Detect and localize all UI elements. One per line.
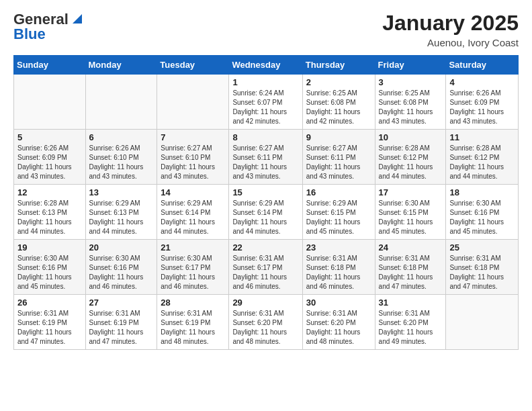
- calendar-header-tuesday: Tuesday: [157, 56, 229, 75]
- day-number: 24: [379, 242, 443, 253]
- page: General Blue January 2025 Auenou, Ivory …: [0, 0, 532, 361]
- calendar-cell: 15Sunrise: 6:29 AMSunset: 6:14 PMDayligh…: [229, 185, 302, 240]
- day-info: Sunrise: 6:28 AMSunset: 6:12 PMDaylight:…: [449, 144, 515, 181]
- day-info: Sunrise: 6:30 AMSunset: 6:16 PMDaylight:…: [89, 254, 154, 291]
- day-info: Sunrise: 6:29 AMSunset: 6:13 PMDaylight:…: [89, 199, 154, 236]
- calendar-week-row: 19Sunrise: 6:30 AMSunset: 6:16 PMDayligh…: [14, 240, 519, 295]
- day-info: Sunrise: 6:25 AMSunset: 6:08 PMDaylight:…: [306, 89, 371, 126]
- calendar-cell: 16Sunrise: 6:29 AMSunset: 6:15 PMDayligh…: [302, 185, 375, 240]
- day-info: Sunrise: 6:27 AMSunset: 6:11 PMDaylight:…: [306, 144, 371, 181]
- day-info: Sunrise: 6:29 AMSunset: 6:14 PMDaylight:…: [161, 199, 225, 236]
- calendar-header-thursday: Thursday: [302, 56, 375, 75]
- calendar-cell: 7Sunrise: 6:27 AMSunset: 6:10 PMDaylight…: [157, 130, 229, 185]
- day-info: Sunrise: 6:31 AMSunset: 6:18 PMDaylight:…: [379, 254, 443, 291]
- calendar-header-friday: Friday: [375, 56, 446, 75]
- day-number: 31: [379, 298, 443, 308]
- day-number: 23: [306, 242, 371, 253]
- calendar-cell: 28Sunrise: 6:31 AMSunset: 6:19 PMDayligh…: [157, 295, 229, 350]
- day-number: 13: [89, 187, 154, 197]
- day-info: Sunrise: 6:28 AMSunset: 6:12 PMDaylight:…: [379, 144, 443, 181]
- day-number: 27: [89, 298, 154, 308]
- day-info: Sunrise: 6:31 AMSunset: 6:19 PMDaylight:…: [161, 309, 225, 347]
- logo-triangle-icon: [70, 13, 82, 25]
- day-number: 11: [449, 132, 515, 142]
- day-number: 17: [379, 187, 443, 197]
- calendar-week-row: 1Sunrise: 6:24 AMSunset: 6:07 PMDaylight…: [14, 75, 519, 130]
- day-info: Sunrise: 6:31 AMSunset: 6:20 PMDaylight:…: [232, 309, 298, 347]
- day-info: Sunrise: 6:30 AMSunset: 6:16 PMDaylight:…: [17, 254, 82, 291]
- day-info: Sunrise: 6:26 AMSunset: 6:09 PMDaylight:…: [449, 89, 515, 126]
- calendar-cell: 24Sunrise: 6:31 AMSunset: 6:18 PMDayligh…: [375, 240, 446, 295]
- calendar-cell: 19Sunrise: 6:30 AMSunset: 6:16 PMDayligh…: [14, 240, 86, 295]
- day-number: 22: [232, 242, 298, 253]
- calendar: SundayMondayTuesdayWednesdayThursdayFrid…: [13, 55, 519, 350]
- svg-marker-0: [73, 14, 82, 24]
- day-info: Sunrise: 6:31 AMSunset: 6:19 PMDaylight:…: [89, 309, 154, 347]
- calendar-cell: 14Sunrise: 6:29 AMSunset: 6:14 PMDayligh…: [157, 185, 229, 240]
- location: Auenou, Ivory Coast: [382, 37, 519, 48]
- calendar-cell: 10Sunrise: 6:28 AMSunset: 6:12 PMDayligh…: [375, 130, 446, 185]
- calendar-cell: 9Sunrise: 6:27 AMSunset: 6:11 PMDaylight…: [302, 130, 375, 185]
- calendar-cell: 27Sunrise: 6:31 AMSunset: 6:19 PMDayligh…: [85, 295, 157, 350]
- calendar-cell: 11Sunrise: 6:28 AMSunset: 6:12 PMDayligh…: [446, 130, 519, 185]
- day-info: Sunrise: 6:31 AMSunset: 6:20 PMDaylight:…: [379, 309, 443, 347]
- day-number: 1: [232, 77, 298, 87]
- day-number: 16: [306, 187, 371, 197]
- calendar-cell: 22Sunrise: 6:31 AMSunset: 6:17 PMDayligh…: [229, 240, 302, 295]
- calendar-header-row: SundayMondayTuesdayWednesdayThursdayFrid…: [14, 56, 519, 75]
- calendar-week-row: 12Sunrise: 6:28 AMSunset: 6:13 PMDayligh…: [14, 185, 519, 240]
- calendar-header-monday: Monday: [85, 56, 157, 75]
- calendar-week-row: 26Sunrise: 6:31 AMSunset: 6:19 PMDayligh…: [14, 295, 519, 350]
- day-info: Sunrise: 6:30 AMSunset: 6:16 PMDaylight:…: [449, 199, 515, 236]
- day-number: 29: [232, 298, 298, 308]
- calendar-cell: 3Sunrise: 6:25 AMSunset: 6:08 PMDaylight…: [375, 75, 446, 130]
- calendar-cell: 12Sunrise: 6:28 AMSunset: 6:13 PMDayligh…: [14, 185, 86, 240]
- calendar-cell: 4Sunrise: 6:26 AMSunset: 6:09 PMDaylight…: [446, 75, 519, 130]
- day-number: 21: [161, 242, 225, 253]
- calendar-cell: [157, 75, 229, 130]
- day-number: 3: [379, 77, 443, 87]
- calendar-cell: 18Sunrise: 6:30 AMSunset: 6:16 PMDayligh…: [446, 185, 519, 240]
- day-info: Sunrise: 6:31 AMSunset: 6:18 PMDaylight:…: [449, 254, 515, 291]
- calendar-cell: 30Sunrise: 6:31 AMSunset: 6:20 PMDayligh…: [302, 295, 375, 350]
- day-number: 26: [17, 298, 82, 308]
- day-number: 8: [232, 132, 298, 142]
- day-info: Sunrise: 6:31 AMSunset: 6:19 PMDaylight:…: [17, 309, 82, 347]
- calendar-cell: [446, 295, 519, 350]
- day-number: 4: [449, 77, 515, 87]
- day-number: 2: [306, 77, 371, 87]
- day-info: Sunrise: 6:27 AMSunset: 6:10 PMDaylight:…: [161, 144, 225, 181]
- calendar-cell: 1Sunrise: 6:24 AMSunset: 6:07 PMDaylight…: [229, 75, 302, 130]
- calendar-cell: 25Sunrise: 6:31 AMSunset: 6:18 PMDayligh…: [446, 240, 519, 295]
- calendar-cell: 31Sunrise: 6:31 AMSunset: 6:20 PMDayligh…: [375, 295, 446, 350]
- day-number: 15: [232, 187, 298, 197]
- calendar-header-sunday: Sunday: [14, 56, 86, 75]
- month-title: January 2025: [382, 11, 519, 36]
- day-number: 19: [17, 242, 82, 253]
- calendar-cell: 23Sunrise: 6:31 AMSunset: 6:18 PMDayligh…: [302, 240, 375, 295]
- calendar-cell: [85, 75, 157, 130]
- day-info: Sunrise: 6:31 AMSunset: 6:17 PMDaylight:…: [232, 254, 298, 291]
- calendar-cell: 26Sunrise: 6:31 AMSunset: 6:19 PMDayligh…: [14, 295, 86, 350]
- day-number: 12: [17, 187, 82, 197]
- calendar-header-wednesday: Wednesday: [229, 56, 302, 75]
- calendar-cell: 8Sunrise: 6:27 AMSunset: 6:11 PMDaylight…: [229, 130, 302, 185]
- day-number: 10: [379, 132, 443, 142]
- calendar-cell: 29Sunrise: 6:31 AMSunset: 6:20 PMDayligh…: [229, 295, 302, 350]
- day-number: 5: [17, 132, 82, 142]
- calendar-cell: 5Sunrise: 6:26 AMSunset: 6:09 PMDaylight…: [14, 130, 86, 185]
- calendar-cell: [14, 75, 86, 130]
- day-number: 20: [89, 242, 154, 253]
- calendar-week-row: 5Sunrise: 6:26 AMSunset: 6:09 PMDaylight…: [14, 130, 519, 185]
- day-number: 30: [306, 298, 371, 308]
- day-info: Sunrise: 6:26 AMSunset: 6:09 PMDaylight:…: [17, 144, 82, 181]
- title-area: January 2025 Auenou, Ivory Coast: [382, 11, 519, 48]
- day-info: Sunrise: 6:26 AMSunset: 6:10 PMDaylight:…: [89, 144, 154, 181]
- day-info: Sunrise: 6:30 AMSunset: 6:17 PMDaylight:…: [161, 254, 225, 291]
- day-number: 6: [89, 132, 154, 142]
- calendar-cell: 17Sunrise: 6:30 AMSunset: 6:15 PMDayligh…: [375, 185, 446, 240]
- day-number: 18: [449, 187, 515, 197]
- day-number: 25: [449, 242, 515, 253]
- day-info: Sunrise: 6:25 AMSunset: 6:08 PMDaylight:…: [379, 89, 443, 126]
- day-info: Sunrise: 6:24 AMSunset: 6:07 PMDaylight:…: [232, 89, 298, 126]
